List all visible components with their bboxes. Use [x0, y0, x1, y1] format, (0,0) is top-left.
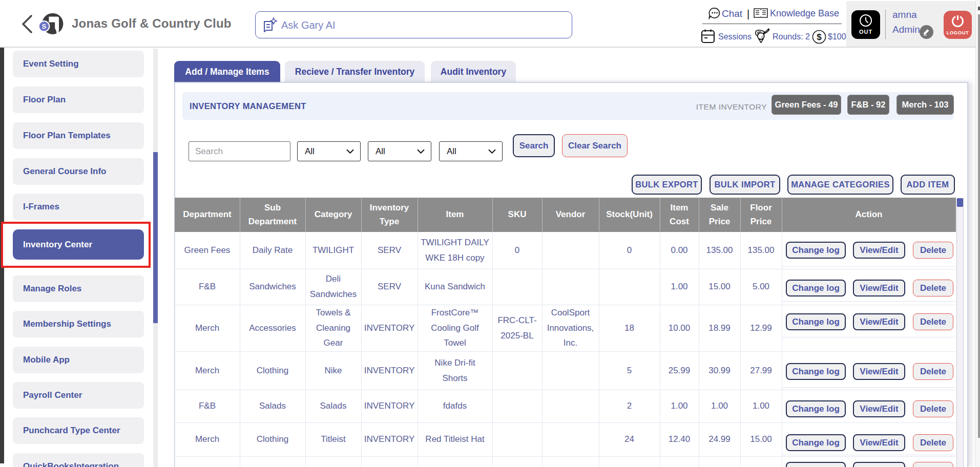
- svg-text:$: $: [817, 32, 822, 42]
- svg-text:S: S: [42, 23, 46, 30]
